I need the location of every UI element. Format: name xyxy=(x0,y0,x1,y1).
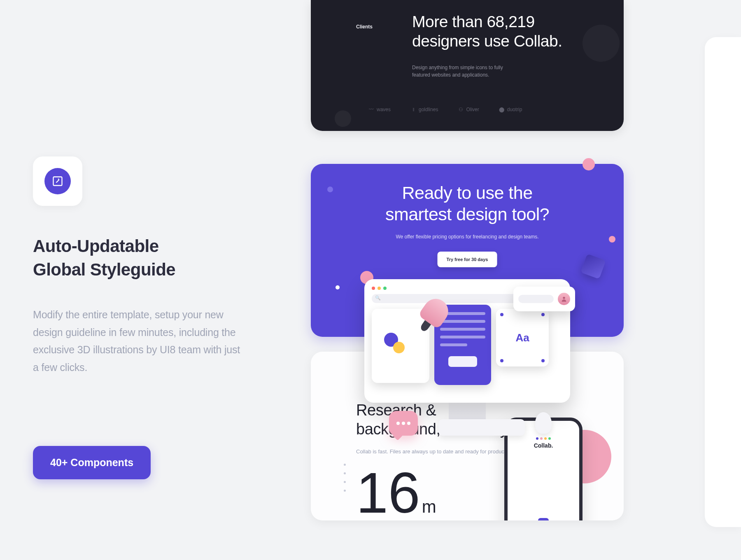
typography-card: Aa xyxy=(496,309,549,366)
feature-copy: Auto-Updatable Global Styleguide Modify … xyxy=(33,156,247,479)
decorative-circle xyxy=(583,25,620,62)
keyboard-icon xyxy=(438,419,525,436)
clients-label: Clients xyxy=(356,24,373,30)
preview-clients-card: Clients More than 68,219 designers use C… xyxy=(311,0,624,131)
side-panel xyxy=(705,37,741,527)
monitor-illustration: Aa xyxy=(364,279,570,427)
avatar-popup xyxy=(513,287,575,311)
client-logo-waves: 〰waves xyxy=(368,107,391,112)
bars-icon: ⦀ xyxy=(410,107,416,112)
decorative-dot xyxy=(583,158,595,170)
feature-title: Auto-Updatable Global Styleguide xyxy=(33,235,247,281)
edit-icon xyxy=(44,168,71,194)
mouse-icon xyxy=(535,412,552,434)
preview-hero-card: Ready to use the smartest design tool? W… xyxy=(311,164,624,337)
clients-heading: More than 68,219 designers use Collab. xyxy=(412,12,562,51)
client-logo-duotrip: ⬤duotrip xyxy=(499,107,522,112)
circles-icon: ⬤ xyxy=(499,107,505,112)
components-button[interactable]: 40+ Components xyxy=(33,446,151,479)
phone-brand: Collab. xyxy=(516,442,571,449)
preview-column: Clients More than 68,219 designers use C… xyxy=(311,0,624,520)
hero-heading: Ready to use the smartest design tool? xyxy=(311,182,624,225)
chat-bubble-icon xyxy=(389,411,418,436)
decorative-cube xyxy=(580,254,606,279)
client-logo-goldlines: ⦀goldlines xyxy=(410,107,438,112)
person-icon: ⚇ xyxy=(458,107,464,112)
bullet-dots xyxy=(344,464,346,492)
user-avatar-icon xyxy=(558,293,570,305)
feature-icon-card xyxy=(33,156,82,206)
client-logo-oliver: ⚇Oliver xyxy=(458,107,479,112)
clients-subtext: Design anything from simple icons to ful… xyxy=(412,64,519,79)
feature-description: Modify the entire template, setup your n… xyxy=(33,306,247,376)
chart-bar-icon xyxy=(538,518,549,520)
waves-icon: 〰 xyxy=(368,107,374,112)
client-logos: 〰waves ⦀goldlines ⚇Oliver ⬤duotrip xyxy=(368,107,522,112)
decorative-circle xyxy=(335,110,351,127)
decorative-dot xyxy=(336,285,340,289)
svg-point-1 xyxy=(563,297,565,299)
try-free-button[interactable]: Try free for 30 days xyxy=(438,252,497,267)
hero-subtext: We offer flexible pricing options for fr… xyxy=(311,234,624,240)
